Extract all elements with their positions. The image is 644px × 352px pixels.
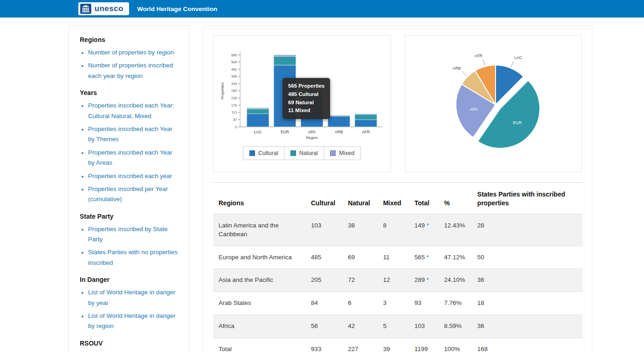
- legend-item-natural[interactable]: Natural: [284, 147, 324, 160]
- bar-segment-ARB-Cultural[interactable]: [328, 116, 350, 127]
- table-row: Africa564251038.59%36: [213, 315, 583, 338]
- table-cell: 205: [306, 269, 343, 292]
- chart-tooltip: 565 Properties485 Cultural69 Natural11 M…: [283, 78, 330, 119]
- table-cell: 28: [472, 214, 583, 246]
- table-cell: 7.76%: [438, 292, 472, 315]
- pie-label-ARB: ARB: [453, 66, 461, 71]
- bar-segment-EUR-Natural[interactable]: [274, 56, 296, 65]
- table-cell: 168: [472, 338, 583, 352]
- pie-label-LAC: LAC: [514, 55, 522, 60]
- sidebar-section-title: RSOUV: [80, 340, 178, 347]
- table-cell: 289 *: [409, 269, 438, 292]
- bar-segment-AFR-Cultural[interactable]: [355, 120, 377, 127]
- sidebar-nav: RegionsNumber of properties by regionNum…: [80, 36, 178, 352]
- column-header: Natural: [343, 183, 378, 215]
- unesco-wordmark: unesco: [95, 4, 124, 13]
- table-cell: Arab States: [213, 292, 306, 315]
- top-bar: unesco World Heritage Convention: [0, 0, 644, 18]
- y-axis-title: Properties: [220, 83, 225, 99]
- charts-row: 057113170226283339396452509565LACEURAPAA…: [213, 35, 583, 172]
- unesco-logo[interactable]: unesco: [78, 2, 129, 15]
- sidebar-item: Properties inscribed each Year by Areas: [88, 147, 178, 168]
- sidebar-link[interactable]: Properties inscribed each Year by Themes: [88, 125, 172, 143]
- sidebar-link[interactable]: Properties inscribed each Year by Areas: [88, 149, 172, 166]
- table-cell: 12: [378, 269, 409, 292]
- sidebar-section-title: State Party: [80, 213, 178, 220]
- legend-item-cultural[interactable]: Cultural: [243, 147, 284, 160]
- svg-text:452: 452: [231, 67, 237, 72]
- sidebar-link[interactable]: Properties inscribed each year: [88, 173, 172, 179]
- table-cell: 36: [472, 315, 583, 338]
- table-row: Arab States8463937.76%18: [213, 292, 583, 315]
- legend-swatch: [331, 150, 336, 156]
- sidebar-link[interactable]: Properties inscribed by State Party: [88, 226, 168, 243]
- x-axis-title: Region: [306, 136, 318, 140]
- sidebar-section-title: Years: [80, 89, 178, 96]
- bar-segment-AFR-Natural[interactable]: [355, 114, 377, 120]
- table-cell: 8.59%: [438, 315, 472, 338]
- sidebar-item: Number of properties by region: [88, 47, 178, 57]
- legend-item-mixed[interactable]: Mixed: [324, 147, 360, 160]
- main-content: 057113170226283339396452509565LACEURAPAA…: [203, 25, 592, 352]
- sidebar-item: Number of properties inscribed each year…: [88, 60, 178, 81]
- bar-segment-AFR-Mixed[interactable]: [355, 114, 377, 114]
- table-cell: 227: [343, 338, 378, 352]
- legend-label: Cultural: [258, 150, 278, 156]
- pie-chart: LACEURAPAARBAFR: [405, 36, 581, 172]
- svg-text:565: 565: [231, 53, 237, 57]
- column-header: %: [438, 183, 472, 215]
- table-cell: Latin America and the Caribbean: [213, 214, 306, 246]
- unesco-emblem-icon: [80, 4, 91, 14]
- tooltip-line: 565 Properties: [288, 82, 325, 90]
- table-header-row: RegionsCulturalNaturalMixedTotal%States …: [213, 183, 583, 215]
- sidebar-item: Properties inscribed by State Party: [88, 224, 178, 245]
- tooltip-line: 485 Cultural: [288, 90, 325, 99]
- sidebar-section-title: Regions: [80, 36, 178, 43]
- sidebar-link[interactable]: Number of properties by region: [88, 49, 174, 56]
- sidebar-section-list: Number of properties by regionNumber of …: [80, 47, 178, 81]
- sidebar-link[interactable]: List of World Heritage in danger by year: [88, 289, 176, 306]
- pie-chart-card: LACEURAPAARBAFR: [405, 35, 582, 172]
- chart-legend: CulturalNaturalMixed: [243, 146, 361, 160]
- sidebar-section-list: List of World Heritage in danger by year…: [80, 287, 178, 331]
- table-cell: 42: [343, 315, 378, 338]
- table-cell: 8: [378, 214, 409, 246]
- column-header: Mixed: [378, 183, 409, 215]
- total-footnote-link[interactable]: *: [425, 222, 429, 229]
- table-cell: Africa: [213, 315, 306, 338]
- table-cell: 5: [378, 315, 409, 338]
- x-tick-label: LAC: [254, 130, 262, 134]
- table-cell: 6: [343, 292, 378, 315]
- sidebar-item: Properties inscribed each Year: Cultural…: [88, 100, 178, 121]
- sidebar-link[interactable]: Properties inscribed each Year: Cultural…: [88, 102, 174, 119]
- table-cell: Europe and North America: [213, 246, 306, 269]
- bar-chart-card: 057113170226283339396452509565LACEURAPAA…: [213, 35, 391, 172]
- table-cell: 38: [343, 214, 378, 246]
- bar-segment-LAC-Natural[interactable]: [247, 109, 269, 113]
- table-cell: 933: [306, 338, 343, 352]
- sidebar-link[interactable]: Number of properties inscribed each year…: [88, 62, 173, 79]
- total-footnote-link[interactable]: *: [425, 254, 429, 261]
- table-cell: 50: [472, 246, 583, 269]
- bar-segment-LAC-Cultural[interactable]: [247, 114, 269, 127]
- page-layout: RegionsNumber of properties by regionNum…: [0, 18, 644, 352]
- legend-label: Mixed: [339, 150, 354, 156]
- bar-segment-EUR-Mixed[interactable]: [274, 55, 296, 56]
- bar-segment-ARB-Mixed[interactable]: [328, 115, 350, 115]
- sidebar-link[interactable]: List of World Heritage in danger by regi…: [88, 312, 176, 329]
- pie-label-APA: APA: [470, 107, 478, 112]
- tooltip-line: 69 Natural: [288, 99, 325, 107]
- svg-text:226: 226: [231, 96, 237, 100]
- table-cell: 47.12%: [438, 246, 472, 269]
- bar-segment-LAC-Mixed[interactable]: [247, 108, 269, 109]
- table-cell: 36: [472, 269, 583, 292]
- legend-label: Natural: [299, 150, 318, 156]
- total-footnote-link[interactable]: *: [425, 276, 429, 283]
- sidebar-link[interactable]: Properties inscribed per Year (cumulativ…: [88, 185, 168, 203]
- column-header: Regions: [213, 183, 306, 215]
- table-cell: 93: [409, 292, 438, 315]
- sidebar: RegionsNumber of properties by regionNum…: [68, 25, 189, 352]
- svg-text:283: 283: [231, 89, 237, 93]
- table-cell: 84: [306, 292, 343, 315]
- sidebar-link[interactable]: States Parties with no properties inscri…: [88, 249, 177, 266]
